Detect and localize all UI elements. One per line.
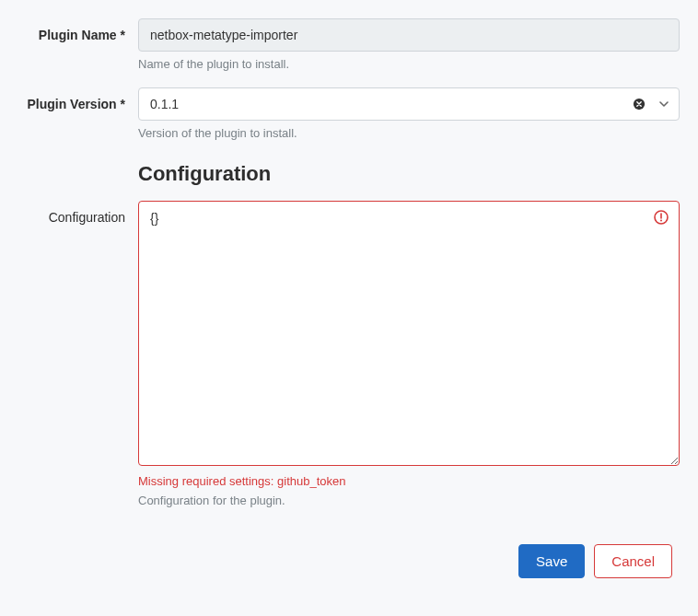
cancel-button[interactable]: Cancel	[594, 544, 672, 578]
chevron-down-icon[interactable]	[657, 98, 670, 110]
svg-point-3	[660, 220, 662, 222]
plugin-version-label: Plugin Version *	[18, 87, 138, 111]
plugin-version-select[interactable]	[138, 87, 680, 121]
configuration-help: Configuration for the plugin.	[138, 494, 680, 507]
configuration-label: Configuration	[18, 201, 138, 225]
plugin-name-input[interactable]	[138, 18, 680, 52]
save-button[interactable]: Save	[518, 544, 585, 578]
configuration-error: Missing required settings: github_token	[138, 474, 680, 488]
plugin-name-help: Name of the plugin to install.	[138, 57, 680, 71]
error-icon	[654, 210, 669, 225]
configuration-textarea[interactable]	[138, 201, 680, 466]
configuration-heading: Configuration	[138, 162, 680, 186]
plugin-version-help: Version of the plugin to install.	[138, 126, 680, 140]
plugin-name-label: Plugin Name *	[18, 18, 138, 42]
clear-icon[interactable]	[632, 97, 646, 111]
